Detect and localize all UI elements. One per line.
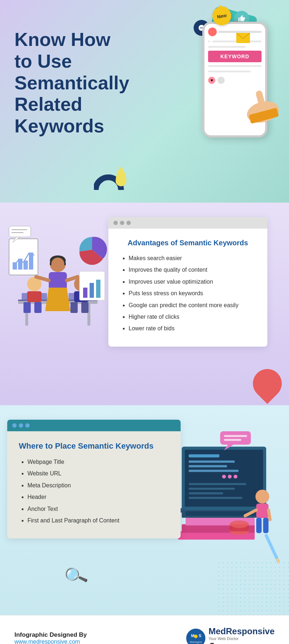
svg-point-56	[228, 475, 232, 479]
svg-text:Managed: Managed	[190, 640, 202, 644]
list-item: Lower rate of bids	[129, 325, 256, 332]
hero-section: New 2 KEYWORD ♥	[0, 0, 289, 203]
svg-text:S: S	[199, 634, 201, 638]
advantages-card: Advantages of Semantic Keywords Makes se…	[108, 217, 267, 347]
list-item: Anchor Text	[27, 505, 169, 513]
svg-rect-41	[83, 288, 87, 298]
laptop-illustration	[163, 420, 285, 572]
browser-dot-1	[113, 221, 118, 225]
red-shape-decoration	[247, 363, 288, 404]
svg-rect-61	[189, 497, 242, 499]
footer-right: M S Managed Outsource MedResponsive Your…	[186, 626, 275, 644]
svg-point-64	[255, 490, 269, 503]
svg-rect-53	[189, 465, 227, 467]
brand-name: MedResponsive	[208, 626, 275, 636]
svg-rect-33	[23, 260, 28, 270]
phone-line-2	[208, 46, 246, 48]
svg-text:M: M	[191, 634, 194, 638]
list-item: Puts less stress on keywords	[129, 289, 256, 297]
svg-rect-59	[189, 488, 235, 490]
svg-rect-54	[189, 470, 238, 472]
svg-rect-32	[18, 259, 22, 270]
svg-point-81	[194, 635, 198, 638]
placement-list: Webpage Title Website URL Meta Descripti…	[19, 458, 169, 525]
phone-icon-small: 📱	[208, 643, 216, 644]
footer-designed-by: Infographic Designed By	[14, 631, 87, 639]
svg-rect-27	[49, 272, 67, 290]
svg-rect-42	[90, 283, 94, 298]
list-item: Header	[27, 493, 169, 501]
envelope-icon	[236, 33, 250, 46]
list-item: Improves user value optimization	[129, 278, 256, 286]
svg-rect-43	[96, 280, 100, 298]
browser-dot-3	[126, 221, 131, 225]
svg-point-57	[234, 475, 238, 479]
placement-title: Where to Place Semantic Keywords	[19, 441, 169, 451]
list-item: Webpage Title	[27, 458, 169, 466]
advantages-title: Advantages of Semantic Keywords	[120, 239, 256, 247]
list-item: Google can predict the content more easi…	[129, 301, 256, 309]
list-item: Makes search easier	[129, 254, 256, 262]
svg-point-76	[230, 520, 249, 528]
svg-rect-31	[13, 262, 17, 270]
phone-line-4	[208, 71, 251, 72]
list-item: Website URL	[27, 470, 169, 478]
list-item: Improves the quality of content	[129, 266, 256, 274]
keyword-label: KEYWORD	[208, 51, 262, 62]
svg-point-2	[201, 27, 202, 29]
svg-line-69	[268, 510, 270, 520]
svg-rect-73	[224, 439, 241, 441]
svg-rect-18	[34, 302, 42, 313]
svg-rect-58	[189, 483, 246, 485]
svg-rect-60	[189, 492, 223, 494]
brand-logo: M S Managed Outsource	[186, 628, 206, 644]
team-illustration	[7, 224, 116, 362]
svg-point-1	[200, 27, 201, 29]
browser-dot-1	[12, 423, 17, 428]
svg-rect-65	[256, 504, 268, 518]
svg-point-26	[51, 258, 64, 271]
svg-point-55	[222, 475, 226, 479]
svg-rect-70	[220, 431, 251, 445]
brand-tagline: Your Web Doctor	[208, 636, 275, 641]
placement-card: Where to Place Semantic Keywords Webpage…	[7, 420, 181, 538]
svg-rect-17	[23, 302, 31, 313]
browser-dot-2	[19, 423, 23, 428]
svg-rect-67	[263, 518, 268, 533]
footer-left: Infographic Designed By www.medresponsiv…	[14, 631, 87, 644]
phone-line-3	[208, 65, 262, 67]
svg-rect-72	[224, 435, 247, 437]
svg-rect-21	[70, 302, 78, 313]
browser-dot-3	[25, 423, 30, 428]
browser-dot-2	[120, 221, 124, 225]
list-item: Meta Description	[27, 482, 169, 490]
list-item: Higher rate of clicks	[129, 313, 256, 321]
svg-rect-35	[9, 226, 31, 237]
placement-toolbar	[7, 420, 181, 431]
dots-pattern-decoration	[217, 561, 289, 615]
browser-toolbar	[108, 217, 267, 229]
footer: Infographic Designed By www.medresponsiv…	[0, 615, 289, 644]
advantages-section: Advantages of Semantic Keywords Makes se…	[0, 203, 289, 405]
svg-rect-16	[27, 291, 42, 302]
svg-rect-51	[189, 454, 219, 458]
svg-rect-52	[189, 461, 235, 463]
svg-rect-22	[81, 302, 89, 313]
hero-title: Know How to Use Semantically Related Key…	[14, 29, 152, 137]
advantages-list: Makes search easier Improves the quality…	[120, 254, 256, 333]
svg-rect-34	[29, 253, 33, 270]
list-item: First and Last Paragraph of Content	[27, 517, 169, 525]
placement-section: Where to Place Semantic Keywords Webpage…	[0, 405, 289, 615]
drop-decoration	[94, 163, 134, 192]
svg-rect-66	[256, 518, 262, 533]
magnifier-icon: 🔍	[62, 563, 90, 589]
footer-url: www.medresponsive.com	[14, 639, 87, 644]
